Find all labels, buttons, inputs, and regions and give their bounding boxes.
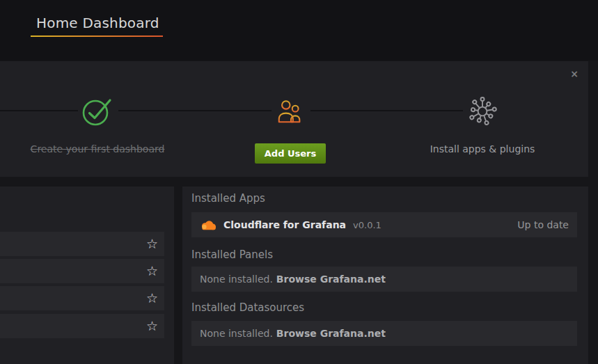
step-create-dashboard: Create your first dashboard [14, 61, 181, 177]
app-update-status: Up to date [517, 219, 569, 230]
dashboard-list-item[interactable]: ☆ [0, 232, 164, 256]
installed-panels-heading: Installed Panels [191, 248, 273, 261]
browse-grafana-net-link[interactable]: Browse Grafana.net [276, 328, 386, 339]
dashboard-list-item[interactable]: ☆ [0, 314, 164, 338]
dashboard-list-item[interactable]: ☆ [0, 286, 164, 310]
getting-started-panel: × Create your first dashboard [0, 61, 588, 177]
dashboard-header: Home Dashboard [0, 0, 598, 61]
app-name[interactable]: Cloudflare for Grafana [223, 219, 346, 230]
plugins-icon [466, 95, 499, 128]
step-create-dashboard-label[interactable]: Create your first dashboard [14, 143, 181, 155]
star-icon[interactable]: ☆ [146, 319, 158, 332]
installed-datasources-empty-row: None installed. Browse Grafana.net [191, 321, 577, 346]
empty-text: None installed. [200, 274, 273, 285]
check-circle-icon [81, 95, 114, 127]
add-users-button-wrap: Add Users [207, 143, 374, 164]
plugin-list-panel: Installed Apps Cloudflare for Grafana v0… [182, 187, 588, 364]
dashboard-list-panel: ☆ ☆ ☆ ☆ [0, 187, 174, 364]
star-icon[interactable]: ☆ [146, 237, 158, 250]
title-underline [31, 35, 163, 37]
step-add-users: Add Users [207, 61, 374, 177]
empty-text: None installed. [200, 328, 273, 339]
app-version: v0.0.1 [353, 220, 381, 230]
installed-datasources-heading: Installed Datasources [191, 301, 304, 314]
page-title[interactable]: Home Dashboard [36, 15, 159, 31]
users-icon [276, 98, 305, 125]
add-users-button[interactable]: Add Users [255, 143, 326, 164]
cloudflare-logo-icon [200, 219, 217, 231]
star-icon[interactable]: ☆ [146, 291, 158, 304]
installed-app-row[interactable]: Cloudflare for Grafana v0.0.1 Up to date [191, 212, 577, 237]
step-install-plugins: Install apps & plugins [399, 61, 566, 177]
close-icon[interactable]: × [570, 69, 579, 79]
browse-grafana-net-link[interactable]: Browse Grafana.net [276, 274, 386, 285]
dashboard-list-item[interactable]: ☆ [0, 259, 164, 283]
install-plugins-link[interactable]: Install apps & plugins [399, 143, 566, 155]
installed-apps-heading: Installed Apps [191, 192, 265, 205]
installed-panels-empty-row: None installed. Browse Grafana.net [191, 267, 577, 292]
star-icon[interactable]: ☆ [146, 264, 158, 277]
